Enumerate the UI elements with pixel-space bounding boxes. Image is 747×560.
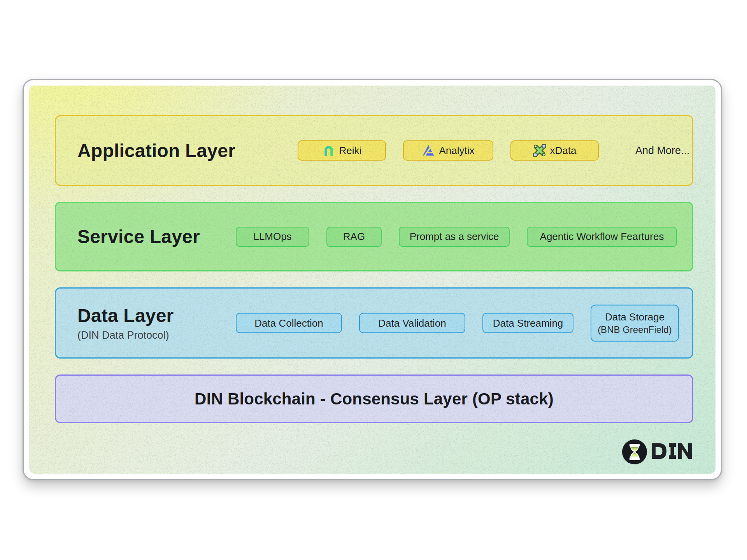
chip-analytix: Analytix [403, 140, 493, 161]
chip-data-collection: Data Collection [236, 313, 342, 333]
chip-data-storage: Data Storage (BNB GreenField) [591, 304, 679, 341]
xdata-icon [533, 144, 546, 157]
chip-data-streaming: Data Streaming [482, 313, 573, 333]
application-layer-title: Application Layer [77, 140, 235, 161]
chip-rag: RAG [326, 227, 382, 247]
data-chip-row: Data Collection Data Validation Data Str… [236, 304, 679, 341]
chip-agentic-workflow-features: Agentic Workflow Feartures [527, 227, 677, 247]
chip-llmops: LLMOps [236, 227, 309, 247]
diagram-canvas: Application Layer Reiki [29, 86, 715, 474]
chip-reiki: Reiki [298, 140, 386, 161]
chip-data-validation-label: Data Validation [378, 317, 446, 329]
data-layer-subtitle: (DIN Data Protocol) [77, 329, 174, 341]
reiki-icon [322, 144, 335, 157]
application-chip-row: Reiki Analytix [298, 140, 690, 161]
service-layer-title: Service Layer [77, 226, 200, 247]
consensus-layer-box: DIN Blockchain - Consensus Layer (OP sta… [55, 374, 693, 423]
chip-xdata-label: xData [550, 145, 577, 157]
chip-xdata: xData [510, 140, 599, 161]
data-layer-box: Data Layer (DIN Data Protocol) Data Coll… [55, 287, 693, 359]
service-layer-box: Service Layer LLMOps RAG Prompt as a ser… [55, 202, 693, 271]
din-wordmark [652, 443, 692, 461]
chip-analytix-label: Analytix [439, 145, 474, 157]
chip-rag-label: RAG [343, 231, 365, 243]
chip-data-collection-label: Data Collection [254, 317, 323, 329]
din-logo [621, 439, 692, 465]
chip-data-storage-subtitle: (BNB GreenField) [598, 324, 672, 335]
service-chip-row: LLMOps RAG Prompt as a service Agentic W… [236, 227, 677, 247]
data-layer-title-block: Data Layer (DIN Data Protocol) [77, 305, 174, 341]
chip-prompt-as-a-service: Prompt as a service [399, 227, 510, 247]
chip-llmops-label: LLMOps [253, 231, 291, 243]
and-more-label: And More... [635, 145, 690, 157]
chip-agentic-label: Agentic Workflow Feartures [540, 231, 664, 243]
data-layer-title: Data Layer [77, 305, 174, 326]
chip-data-storage-title: Data Storage [605, 311, 665, 323]
chip-reiki-label: Reiki [339, 145, 362, 157]
application-layer-box: Application Layer Reiki [55, 115, 693, 186]
chip-data-streaming-label: Data Streaming [493, 317, 563, 329]
hourglass-icon [621, 439, 648, 465]
consensus-layer-title: DIN Blockchain - Consensus Layer (OP sta… [195, 390, 554, 408]
chip-data-validation: Data Validation [359, 313, 465, 333]
analytix-icon [422, 144, 435, 157]
chip-prompt-label: Prompt as a service [410, 231, 499, 243]
architecture-card: Application Layer Reiki [23, 79, 722, 480]
